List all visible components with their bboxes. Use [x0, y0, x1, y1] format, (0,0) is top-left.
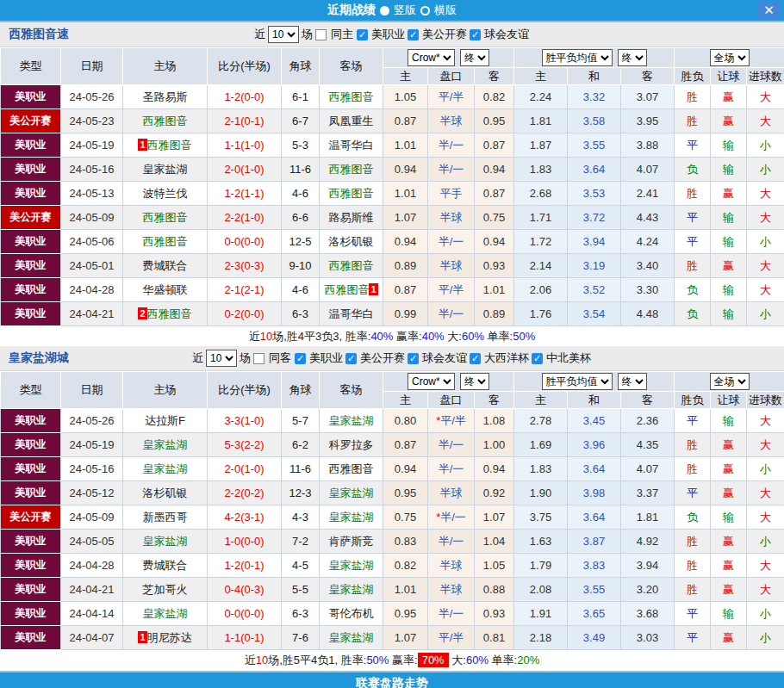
league-checkbox[interactable]: ✓ [345, 353, 357, 364]
near-label: 近 [192, 350, 203, 366]
avg-away: 3.07 [621, 85, 675, 109]
vertical-layout-radio[interactable] [380, 6, 389, 15]
result-goals: 大 [747, 578, 784, 602]
match-count-select[interactable]: 10 [206, 350, 237, 367]
avg-odds-select[interactable]: 胜平负均值 [542, 373, 613, 390]
result-wdl: 负 [675, 505, 711, 530]
same-home-checkbox[interactable] [315, 29, 327, 40]
match-row: 美职业24-04-14皇家盐湖0-0(0-0)6-3哥伦布机0.95半/一0.9… [1, 602, 784, 626]
league-checkbox[interactable]: ✓ [295, 353, 306, 364]
close-icon[interactable]: ✕ [758, 1, 780, 19]
matches-label: 场 [302, 27, 313, 42]
league-checkbox[interactable]: ✓ [470, 29, 481, 40]
home-team: 芝加哥火 [123, 578, 208, 602]
match-date: 24-04-28 [61, 278, 123, 302]
odds-home: 1.05 [383, 85, 428, 109]
sub-col-asian: 让球 [711, 392, 747, 409]
horizontal-layout-label[interactable]: 横版 [434, 3, 457, 18]
avg-odds-select[interactable]: 胜平负均值 [542, 49, 613, 66]
home-team: 西雅图音 [123, 206, 208, 230]
match-row: 美公开赛24-05-09新墨西哥4-2(3-1)4-3皇家盐湖0.75*半/一1… [1, 505, 784, 530]
away-team-name: 温哥华白 [329, 307, 374, 320]
odds-stage-select[interactable]: 终 [460, 49, 489, 66]
odds-away: 0.93 [475, 254, 514, 278]
match-row: 美职业24-04-28费城联合1-2(0-1)4-5皇家盐湖0.82半球1.05… [1, 554, 784, 578]
score: 2-0(1-0) [208, 457, 282, 481]
league-checkbox[interactable]: ✓ [357, 29, 368, 40]
league-badge: 美职业 [1, 481, 61, 505]
odds-away: 0.87 [475, 133, 514, 158]
handicap: 半球 [428, 578, 475, 602]
away-team: 西雅图音 [320, 254, 383, 278]
corner-score: 6-3 [282, 602, 320, 626]
avg-draw: 3.72 [568, 206, 621, 230]
handicap: 平/半 [428, 278, 475, 302]
result-handicap: 赢 [711, 554, 747, 578]
avg-away: 3.30 [621, 278, 675, 302]
odds-home: 0.95 [383, 481, 428, 505]
scope-select[interactable]: 全场 [710, 373, 750, 390]
home-team-name: 皇家盐湖 [143, 607, 188, 620]
result-goals: 大 [747, 409, 784, 433]
same-away-checkbox[interactable] [253, 353, 264, 364]
avg-away: 3.20 [621, 578, 675, 602]
match-date: 24-05-09 [61, 206, 123, 230]
score: 0-0(0-0) [208, 230, 282, 254]
scope-select[interactable]: 全场 [710, 49, 750, 66]
rank-badge: 2 [138, 307, 146, 319]
league-checkbox[interactable]: ✓ [408, 29, 419, 40]
star-mark: * [436, 511, 440, 524]
match-row: 美职业24-05-01费城联合2-3(0-3)9-10西雅图音0.89半球0.9… [1, 254, 784, 278]
avg-stage-select[interactable]: 终 [618, 373, 647, 390]
corner-score: 5-7 [282, 409, 320, 433]
bookmaker-select[interactable]: Crow* [408, 49, 455, 66]
odds-away: 0.94 [475, 457, 514, 481]
odds-away: 0.92 [475, 481, 514, 505]
odds-home: 0.99 [383, 302, 428, 326]
avg-draw: 3.96 [568, 433, 621, 457]
odds-home: 1.07 [383, 626, 428, 650]
bookmaker-select[interactable]: Crow* [408, 373, 455, 390]
result-goals: 大 [747, 481, 784, 505]
sub-col-goals: 进球数 [747, 68, 784, 85]
league-checkbox[interactable]: ✓ [408, 353, 419, 364]
result-goals: 大 [747, 554, 784, 578]
odds-home: 0.94 [383, 158, 428, 182]
odds-stage-select[interactable]: 终 [460, 373, 489, 390]
avg-away: 3.37 [621, 481, 675, 505]
vertical-layout-label[interactable]: 竖版 [394, 3, 416, 18]
footer-title: 联赛盘路走势 [356, 676, 428, 688]
league-badge: 美职业 [1, 158, 61, 182]
corner-score: 7-2 [282, 530, 320, 554]
away-team-name: 西雅图音 [329, 90, 374, 103]
result-goals: 小 [747, 133, 784, 158]
summary-segment: 50% [366, 654, 389, 666]
odds-home: 0.83 [383, 530, 428, 554]
match-date: 24-04-21 [61, 578, 123, 602]
league-badge: 美职业 [1, 602, 61, 626]
league-checkbox[interactable]: ✓ [470, 353, 481, 364]
result-handicap: 赢 [711, 530, 747, 554]
league-badge: 美公开赛 [1, 206, 61, 230]
horizontal-layout-radio[interactable] [420, 6, 430, 15]
matches-label: 场 [240, 350, 251, 366]
avg-draw: 3.54 [568, 302, 621, 326]
avg-draw: 3.83 [568, 554, 621, 578]
odds-home: 0.89 [383, 254, 428, 278]
league-badge: 美职业 [1, 433, 61, 457]
league-checkbox-label: 美职业 [371, 27, 405, 42]
score: 1-1(1-0) [208, 133, 282, 158]
result-handicap: 赢 [711, 182, 747, 206]
away-team: 西雅图音1 [320, 278, 383, 302]
home-team-name: 西雅图音 [143, 211, 188, 224]
match-count-select[interactable]: 10 [268, 26, 299, 43]
results-table-seattle: 类型 日期 主场 比分(半场) 角球 客场 Crow* 终 胜平负均值 终 全场… [0, 47, 784, 326]
league-checkbox[interactable]: ✓ [532, 353, 543, 364]
avg-stage-select[interactable]: 终 [618, 49, 647, 66]
score: 1-1(0-1) [208, 626, 282, 650]
home-team-name: 西雅图音 [147, 139, 192, 152]
home-team-name: 洛杉矶银 [143, 487, 188, 499]
stats-summary: 近10场,胜4平3负3, 胜率:40% 赢率:40% 大:60% 单率:50% [0, 326, 784, 346]
match-date: 24-05-26 [61, 409, 123, 433]
sub-col-wdl: 胜负 [675, 392, 711, 409]
